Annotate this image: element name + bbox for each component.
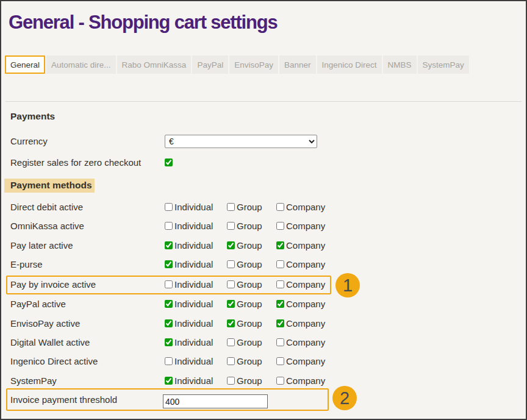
digital-wallet-active-group-checkbox[interactable] [227, 338, 235, 346]
settings-window: General - Shopping cart settings General… [0, 0, 527, 420]
payment-method-row: PayPal activeIndividualGroupCompany [10, 294, 526, 313]
checkbox-group-group: Group [227, 202, 276, 212]
payment-method-label: OmniKassa active [10, 221, 165, 231]
pay-by-invoice-active-individual-checkbox[interactable] [165, 280, 173, 288]
envisopay-active-individual-checkbox[interactable] [165, 319, 173, 327]
checkbox-label: Company [286, 279, 325, 290]
direct-debit-active-company-checkbox[interactable] [276, 203, 284, 211]
checkbox-label: Group [237, 356, 262, 366]
checkbox-label: Group [237, 259, 262, 269]
payment-methods-heading: Payment methods [4, 179, 95, 193]
currency-label: Currency [10, 136, 165, 146]
payment-method-row: Pay by invoice activeIndividualGroupComp… [6, 276, 331, 294]
tab-general[interactable]: General [5, 55, 45, 74]
ingenico-direct-active-company-checkbox[interactable] [276, 357, 284, 365]
checkbox-label: Company [286, 202, 325, 212]
digital-wallet-active-company-checkbox[interactable] [276, 338, 284, 346]
checkbox-group-group: Group [227, 279, 276, 290]
checkbox-label: Company [286, 240, 325, 251]
tab-label: Banner [284, 60, 311, 69]
tab-label: EnvisoPay [234, 60, 273, 69]
e-purse-group-checkbox[interactable] [227, 260, 235, 268]
divider [5, 101, 522, 102]
checkbox-group-group: Group [227, 376, 276, 386]
pay-later-active-individual-checkbox[interactable] [165, 241, 173, 249]
invoice-threshold-input[interactable] [163, 394, 268, 408]
paypal-active-group-checkbox[interactable] [227, 300, 235, 308]
tab-nmbs[interactable]: NMBS [383, 55, 417, 74]
pay-later-active-group-checkbox[interactable] [227, 241, 235, 249]
tab-label: PayPal [197, 60, 223, 69]
checkbox-label: Group [237, 240, 262, 251]
paypal-active-individual-checkbox[interactable] [165, 300, 173, 308]
checkbox-group-company: Company [276, 376, 325, 386]
checkbox-group-company: Company [276, 318, 325, 329]
checkbox-label: Individual [174, 202, 213, 212]
e-purse-individual-checkbox[interactable] [165, 260, 173, 268]
register-zero-checkout-checkbox[interactable] [165, 158, 173, 166]
pay-by-invoice-active-group-checkbox[interactable] [227, 280, 235, 288]
digital-wallet-active-individual-checkbox[interactable] [165, 338, 173, 346]
systempay-group-checkbox[interactable] [227, 377, 235, 385]
payment-method-label: E-purse [10, 259, 165, 269]
checkbox-group-company: Company [276, 240, 325, 251]
checkbox-group-company: Company [276, 337, 325, 347]
checkbox-group-individual: Individual [165, 356, 227, 366]
payment-method-row: E-purseIndividualGroupCompany [10, 255, 526, 274]
checkbox-group-group: Group [227, 221, 276, 231]
checkbox-group-individual: Individual [165, 221, 227, 231]
paypal-active-company-checkbox[interactable] [276, 300, 284, 308]
tab-systempay[interactable]: SystemPay [418, 55, 469, 74]
envisopay-active-company-checkbox[interactable] [276, 319, 284, 327]
envisopay-active-group-checkbox[interactable] [227, 319, 235, 327]
currency-select[interactable]: € [165, 135, 317, 148]
checkbox-group-individual: Individual [165, 337, 227, 347]
e-purse-company-checkbox[interactable] [276, 260, 284, 268]
tab-rabo-omnikassa[interactable]: Rabo OmniKassa [117, 55, 192, 74]
annotation-2-badge: 2 [332, 386, 357, 410]
pay-later-active-company-checkbox[interactable] [276, 241, 284, 249]
checkbox-label: Individual [174, 376, 213, 386]
tab-label: SystemPay [423, 60, 464, 69]
currency-row: Currency € [10, 134, 526, 148]
checkbox-label: Individual [174, 240, 213, 251]
checkbox-label: Company [286, 376, 325, 386]
checkbox-group-group: Group [227, 299, 276, 309]
tab-label: NMBS [388, 60, 412, 69]
tab-paypal[interactable]: PayPal [192, 55, 228, 74]
payment-method-row: OmniKassa activeIndividualGroupCompany [10, 216, 526, 235]
tab-automatic-dire[interactable]: Automatic dire... [46, 55, 116, 74]
tab-ingenico-direct[interactable]: Ingenico Direct [317, 55, 382, 74]
omnikassa-active-company-checkbox[interactable] [276, 222, 284, 230]
systempay-company-checkbox[interactable] [276, 377, 284, 385]
direct-debit-active-group-checkbox[interactable] [227, 203, 235, 211]
checkbox-label: Group [237, 299, 262, 309]
checkbox-label: Individual [174, 337, 213, 347]
checkbox-label: Company [286, 356, 325, 366]
ingenico-direct-active-group-checkbox[interactable] [227, 357, 235, 365]
payment-method-label: Ingenico Direct active [10, 356, 165, 366]
payment-method-label: EnvisoPay active [10, 318, 165, 329]
payment-method-label: PayPal active [10, 299, 165, 309]
payment-method-row: Pay later activeIndividualGroupCompany [10, 236, 526, 255]
invoice-threshold-label: Invoice payment threshold [10, 394, 165, 405]
pay-by-invoice-active-company-checkbox[interactable] [276, 280, 284, 288]
tab-label: Automatic dire... [51, 60, 111, 69]
direct-debit-active-individual-checkbox[interactable] [165, 203, 173, 211]
payment-method-row: Ingenico Direct activeIndividualGroupCom… [10, 352, 526, 371]
omnikassa-active-individual-checkbox[interactable] [165, 222, 173, 230]
tab-label: Rabo OmniKassa [122, 60, 187, 69]
systempay-individual-checkbox[interactable] [165, 377, 173, 385]
checkbox-label: Company [286, 318, 325, 329]
checkbox-label: Individual [174, 356, 213, 366]
checkbox-label: Company [286, 299, 325, 309]
checkbox-label: Individual [174, 299, 213, 309]
tab-envisopay[interactable]: EnvisoPay [229, 55, 278, 74]
omnikassa-active-group-checkbox[interactable] [227, 222, 235, 230]
payment-method-label: Pay by invoice active [10, 279, 165, 290]
tab-banner[interactable]: Banner [279, 55, 316, 74]
checkbox-group-individual: Individual [165, 318, 227, 329]
page-title: General - Shopping cart settings [9, 12, 526, 34]
checkbox-label: Group [237, 376, 262, 386]
ingenico-direct-active-individual-checkbox[interactable] [165, 357, 173, 365]
